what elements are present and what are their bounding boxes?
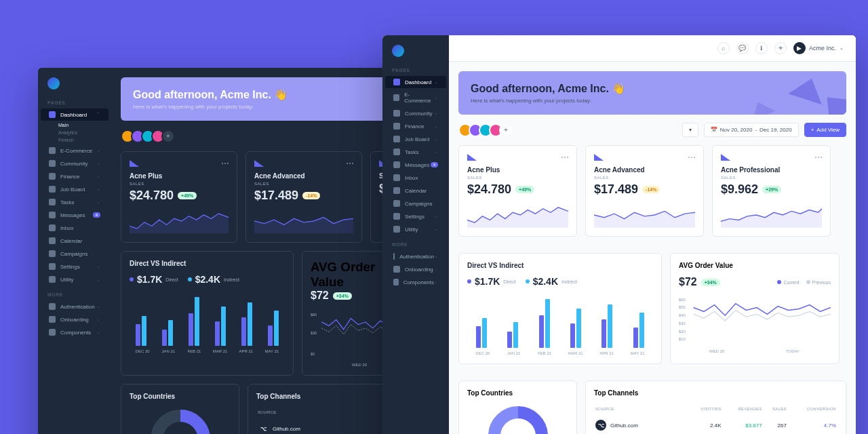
sidebar-item-components[interactable]: Components⌄ (41, 326, 108, 338)
user-menu[interactable]: ▶Acme Inc.⌄ (793, 42, 844, 54)
sidebar-item-messages[interactable]: Messages4 (41, 209, 108, 221)
stat-label: SALES (254, 182, 353, 186)
chevron-down-icon: ⌄ (434, 136, 438, 142)
chevron-down-icon: ⌄ (96, 186, 100, 192)
hero-subtitle: Here is what's happening with your proje… (471, 98, 834, 104)
sidebar-item-community[interactable]: Community⌄ (385, 107, 446, 119)
sidebar-item-jobboard[interactable]: Job Board⌄ (41, 183, 108, 195)
sidebar-item-finance[interactable]: Finance⌄ (41, 170, 108, 182)
sidebar-item-utility[interactable]: Utility⌄ (41, 273, 108, 285)
countries-card: Top Countries (458, 380, 577, 434)
add-user-button[interactable]: + (161, 130, 175, 143)
sidebar-item-dashboard[interactable]: Dashboard⌄ (385, 76, 446, 88)
box-icon (393, 279, 399, 285)
sparkline-chart (254, 208, 353, 234)
more-icon[interactable]: ⋯ (688, 153, 696, 162)
sidebar-item-components[interactable]: Components⌄ (385, 276, 446, 288)
chevron-down-icon: ⌄ (96, 277, 100, 282)
dashboard-icon (393, 79, 400, 85)
messages-badge: 4 (93, 212, 100, 218)
sidebar-item-settings[interactable]: Settings⌄ (41, 260, 108, 273)
sidebar-item-messages[interactable]: Messages4 (385, 159, 446, 171)
main-content: ⌕ 💬 ℹ ☀ ▶Acme Inc.⌄ Good afternoon, Acme… (449, 35, 856, 434)
sidebar-item-jobboard[interactable]: Job Board⌄ (385, 133, 446, 145)
more-icon[interactable]: ⋯ (346, 159, 355, 168)
lock-icon (49, 303, 56, 310)
add-user-button[interactable]: + (499, 123, 513, 137)
dot-icon (188, 277, 192, 281)
stat-name: Acne Professional (721, 166, 822, 174)
sidebar-item-ecommerce[interactable]: E-Commerce⌄ (385, 89, 446, 106)
donut-chart (484, 402, 552, 434)
more-icon[interactable]: ⋯ (561, 153, 570, 162)
chevron-down-icon: ⌄ (96, 199, 100, 205)
plug-icon (393, 226, 400, 233)
sidebar-item-campaigns[interactable]: Campaigns (41, 248, 108, 260)
chevron-down-icon: ⌄ (434, 267, 438, 272)
delta-badge: +49% (178, 192, 197, 199)
sidebar-item-calendar[interactable]: Calendar (385, 184, 446, 197)
sidebar-item-auth[interactable]: Authentication⌄ (385, 250, 446, 262)
briefcase-icon (393, 136, 400, 142)
metric-value: $2.4K (533, 276, 558, 287)
sidebar-item-settings[interactable]: Settings⌄ (385, 210, 446, 222)
sidebar-section: MORE (382, 242, 449, 247)
sidebar-item-finance[interactable]: Finance⌄ (385, 120, 446, 132)
sidebar-item-tasks[interactable]: Tasks⌄ (385, 146, 446, 158)
svg-text:$60: $60 (679, 298, 686, 302)
messages-badge: 4 (431, 162, 438, 167)
card-title: Direct VS Indirect (130, 260, 285, 267)
sidebar-item-community[interactable]: Community⌄ (41, 157, 108, 170)
chevron-down-icon: ⌄ (96, 330, 100, 335)
chat-icon[interactable]: 💬 (736, 42, 749, 54)
lock-icon (393, 253, 395, 260)
more-icon[interactable]: ⋯ (814, 153, 823, 162)
briefcase-icon (49, 186, 56, 193)
inbox-icon (393, 174, 400, 181)
table-row[interactable]: ⌥Github.com2.4K$3.8772674.7% (595, 416, 836, 434)
sidebar: PAGES Dashboard⌃ Main Analytics Fintech … (38, 68, 111, 434)
sidebar-item-auth[interactable]: Authentication⌄ (41, 300, 108, 313)
sidebar-item-onboarding[interactable]: Onboarding⌄ (385, 263, 446, 275)
search-icon[interactable]: ⌕ (717, 42, 730, 54)
dot-icon (806, 280, 810, 284)
chevron-down-icon: ⌄ (96, 317, 100, 322)
stat-value: $9.962 (721, 182, 758, 197)
filter-button[interactable]: ▾ (682, 123, 698, 137)
sidebar-section: MORE (38, 292, 111, 297)
sparkline-chart (130, 208, 229, 234)
svg-text:$10: $10 (679, 337, 686, 341)
sidebar-item-campaigns[interactable]: Campaigns (385, 197, 446, 210)
sidebar-item-onboarding[interactable]: Onboarding⌄ (41, 313, 108, 326)
line-chart: $60$50$40$30$20$10 (679, 295, 831, 346)
inbox-icon (49, 224, 56, 231)
theme-icon[interactable]: ☀ (774, 42, 787, 54)
more-icon[interactable]: ⋯ (221, 159, 230, 168)
chevron-down-icon: ⌄ (434, 279, 438, 285)
sidebar-item-dashboard[interactable]: Dashboard⌃ (41, 108, 108, 121)
gear-icon (393, 213, 400, 220)
sidebar-sub-main[interactable]: Main (38, 121, 111, 129)
stat-label: SALES (467, 176, 568, 180)
svg-text:$30: $30 (679, 321, 686, 326)
info-icon[interactable]: ℹ (755, 42, 768, 54)
chevron-down-icon: ⌄ (96, 174, 100, 179)
sidebar-item-ecommerce[interactable]: E-Commerce⌄ (41, 144, 108, 157)
sidebar-item-tasks[interactable]: Tasks⌄ (41, 196, 108, 208)
add-view-button[interactable]: + Add View (804, 123, 846, 137)
credit-icon (393, 123, 400, 130)
hero-title: Good afternoon, Acme Inc. 👋 (471, 82, 834, 95)
plane-icon (721, 154, 730, 161)
sidebar-sub-analytics[interactable]: Analytics (38, 129, 111, 136)
sparkline-chart (594, 202, 695, 228)
stat-card-advanced: ⋯ Acne Advanced SALES $17.489-14% (245, 151, 362, 243)
sidebar-item-inbox[interactable]: Inbox (41, 222, 108, 234)
date-range-button[interactable]: 📅 Nov 20, 2020 - Dec 19, 2020 (704, 123, 799, 137)
chevron-down-icon: ⌄ (434, 111, 438, 116)
x-axis: DEC 20JAN 21FEB 21MAR 21APR 21MAY 21 (467, 351, 653, 355)
sidebar-item-utility[interactable]: Utility⌄ (385, 223, 446, 235)
sidebar-item-calendar[interactable]: Calendar (41, 235, 108, 247)
sidebar-item-inbox[interactable]: Inbox (385, 172, 446, 184)
chevron-down-icon: ⌄ (434, 214, 438, 219)
sidebar-sub-fintech[interactable]: Fintech (38, 136, 111, 144)
